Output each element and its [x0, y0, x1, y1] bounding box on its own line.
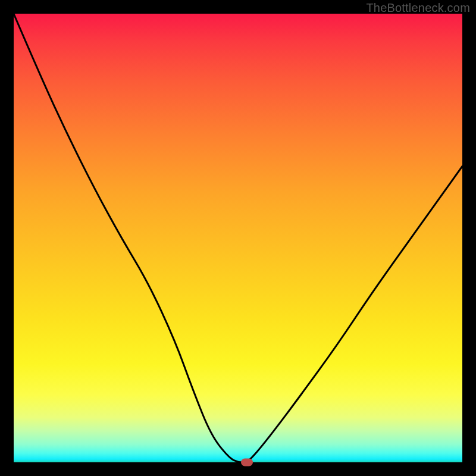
chart-curve-layer: [14, 14, 462, 462]
watermark-text: TheBottleneck.com: [366, 1, 470, 15]
bottleneck-curve: [14, 14, 462, 462]
chart-plot-area: [14, 14, 462, 462]
optimum-marker: [241, 459, 253, 466]
